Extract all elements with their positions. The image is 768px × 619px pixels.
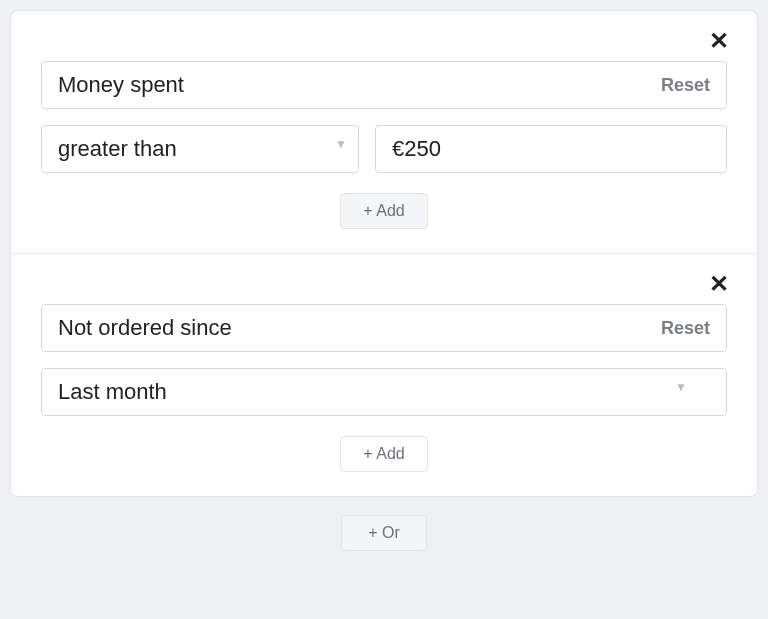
add-row: + Add	[41, 436, 727, 472]
operator-select-wrap: Last month ▼	[41, 368, 727, 416]
or-row: + Or	[10, 497, 758, 557]
reset-button[interactable]: Reset	[661, 318, 710, 339]
field-header[interactable]: Money spent Reset	[41, 61, 727, 109]
operator-select[interactable]: greater than	[41, 125, 359, 173]
filter-builder: ✕ Money spent Reset greater than ▼ + Add…	[10, 10, 758, 497]
filter-card: ✕ Not ordered since Reset Last month ▼ +…	[11, 253, 757, 496]
close-icon[interactable]: ✕	[705, 268, 733, 300]
field-header[interactable]: Not ordered since Reset	[41, 304, 727, 352]
filter-row: Last month ▼	[41, 368, 727, 416]
filter-row: greater than ▼	[41, 125, 727, 173]
close-icon[interactable]: ✕	[705, 25, 733, 57]
field-label: Not ordered since	[58, 315, 232, 341]
add-button[interactable]: + Add	[340, 193, 427, 229]
or-button[interactable]: + Or	[341, 515, 427, 551]
operator-select-wrap: greater than ▼	[41, 125, 359, 173]
value-input[interactable]	[375, 125, 727, 173]
add-button[interactable]: + Add	[340, 436, 427, 472]
reset-button[interactable]: Reset	[661, 75, 710, 96]
field-label: Money spent	[58, 72, 184, 98]
add-row: + Add	[41, 193, 727, 229]
operator-select[interactable]: Last month	[41, 368, 727, 416]
filter-card: ✕ Money spent Reset greater than ▼ + Add	[11, 11, 757, 253]
